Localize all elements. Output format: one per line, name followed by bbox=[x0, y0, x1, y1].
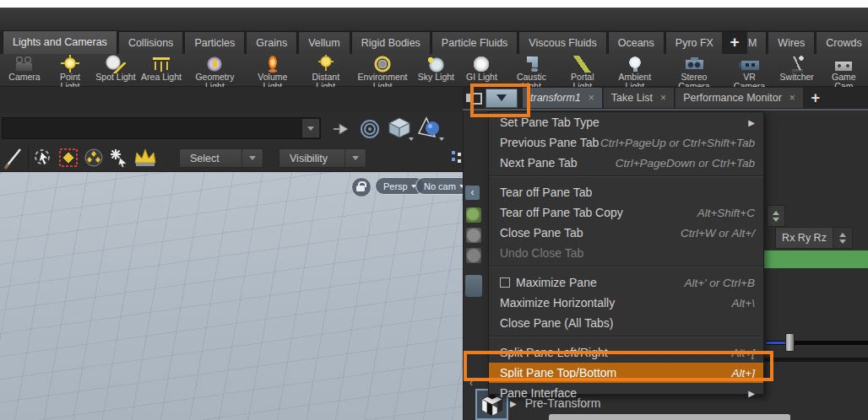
menu-item[interactable]: Tear off Pane Tab ▶ bbox=[489, 182, 763, 202]
shelf-tab[interactable]: Crowds bbox=[816, 31, 868, 54]
menu-item[interactable]: ▶ bbox=[489, 266, 763, 272]
side-toolbar-icon[interactable] bbox=[466, 207, 481, 223]
lasso-select-icon[interactable] bbox=[57, 147, 79, 169]
spinner-down-icon[interactable] bbox=[773, 218, 779, 222]
shelf-tool-icon bbox=[739, 55, 761, 73]
shelf-tab[interactable]: Particle Fluids bbox=[431, 31, 518, 54]
shelf-tool[interactable]: Caustic Light bbox=[504, 54, 558, 92]
shelf-tool[interactable]: Geometry Light bbox=[184, 54, 246, 92]
pane-link-icon[interactable] bbox=[466, 92, 480, 105]
shelf-tab[interactable]: Oceans bbox=[608, 31, 665, 54]
shelf-tab-label: Wires bbox=[778, 37, 805, 49]
operation-combo-arrow[interactable] bbox=[302, 119, 319, 137]
shelf-tool[interactable]: Stereo Camera bbox=[663, 54, 724, 92]
shelf-tool[interactable]: Area Light bbox=[138, 54, 184, 82]
select-mode-dropdown[interactable]: Select bbox=[179, 148, 263, 168]
menu-item[interactable]: Maximize Pane Alt+' or Ctrl+B ▶ bbox=[489, 272, 763, 293]
close-icon[interactable]: × bbox=[789, 92, 795, 104]
rotate-order-spinner[interactable] bbox=[833, 228, 852, 248]
pattern-select-icon[interactable] bbox=[83, 147, 105, 169]
close-icon[interactable]: × bbox=[589, 92, 594, 104]
spinner-up-icon[interactable] bbox=[773, 211, 779, 215]
shelf-tool[interactable]: Camera bbox=[2, 54, 47, 82]
shelf-tool-label: Spot Light bbox=[95, 73, 135, 82]
bottom-popup-edge bbox=[549, 414, 790, 420]
menu-item[interactable]: Tear off Pane Tab Copy Alt+Shift+C ▶ bbox=[489, 202, 763, 223]
shelf-tab-label: Oceans bbox=[618, 37, 654, 49]
shelf-tool[interactable]: VR Camera bbox=[724, 54, 773, 92]
menu-item[interactable]: Maximize Horizontally Alt+\ ▶ bbox=[489, 293, 763, 313]
side-toolbar-icon[interactable] bbox=[466, 248, 481, 263]
pane-menu-button[interactable] bbox=[486, 89, 518, 108]
parameter-slider-handle[interactable] bbox=[785, 333, 795, 352]
operation-combo-field[interactable] bbox=[2, 117, 321, 139]
side-toolbar-icon[interactable] bbox=[465, 275, 482, 297]
close-icon[interactable]: × bbox=[660, 92, 666, 104]
select-all-icon[interactable] bbox=[108, 147, 130, 169]
menu-item[interactable]: Close Pane Tab Ctrl+W or Alt+/ ▶ bbox=[489, 223, 763, 243]
menu-item-label: Pane Interface bbox=[500, 386, 741, 400]
shelf-tool[interactable]: Volume Light bbox=[246, 54, 300, 92]
menu-item-label: Previous Pane Tab bbox=[500, 136, 600, 149]
menu-item[interactable]: Previous Pane Tab Ctrl+PageUp or Ctrl+Sh… bbox=[489, 132, 763, 153]
shelf-tool[interactable]: GI Light bbox=[458, 54, 504, 82]
shelf-tab-label: Particle Fluids bbox=[442, 37, 508, 49]
shelf-tab[interactable]: Particles bbox=[184, 31, 245, 54]
select-tool-icon[interactable] bbox=[32, 147, 54, 169]
shelf-tool-icon bbox=[150, 55, 172, 73]
pane-tab[interactable]: Performance Monitor × bbox=[675, 88, 803, 108]
lock-icon[interactable] bbox=[351, 177, 372, 197]
shelf-tool[interactable]: Point Light bbox=[47, 54, 93, 92]
shelf-tab[interactable]: Lights and Cameras bbox=[3, 30, 117, 54]
collapse-pane-arrow[interactable]: ‹ bbox=[465, 186, 480, 200]
add-shelf-tab-button[interactable]: + bbox=[722, 32, 747, 54]
shelf-tab[interactable]: Vellum bbox=[298, 31, 350, 54]
menu-item-shortcut: Alt+' or Ctrl+B bbox=[684, 277, 755, 289]
collapse-section-arrow[interactable]: ‹ bbox=[465, 378, 477, 390]
sort-icon[interactable] bbox=[451, 148, 463, 169]
shelf-tool[interactable]: Game Cam bbox=[820, 54, 868, 92]
menu-item[interactable]: Pane Interface ▶ bbox=[489, 383, 763, 403]
construction-plane-icon[interactable] bbox=[416, 116, 443, 140]
shelf-tool[interactable]: Portal Light bbox=[558, 54, 606, 92]
shelf-tab[interactable]: Viscous Fluids bbox=[518, 31, 606, 54]
menu-item-label: Undo Close Tab bbox=[500, 246, 755, 260]
viewport-3d[interactable] bbox=[0, 172, 463, 420]
shelf-tool[interactable]: Environment Light bbox=[352, 54, 414, 92]
shelf-tab[interactable]: Collisions bbox=[118, 31, 184, 54]
shelf-tab[interactable]: Pyro FX bbox=[665, 31, 724, 54]
target-reference-icon[interactable] bbox=[358, 117, 381, 140]
shelf-tool[interactable]: Distant Light bbox=[300, 54, 352, 92]
snap-cube-icon[interactable] bbox=[386, 116, 413, 140]
shelf-tab[interactable]: Rigid Bodies bbox=[351, 31, 431, 54]
shelf-tool-label: Camera bbox=[8, 73, 40, 82]
pane-tab[interactable]: Take List × bbox=[604, 88, 674, 108]
menu-item[interactable]: ▶ bbox=[489, 336, 763, 342]
shelf-tool[interactable]: Ambient Light bbox=[606, 54, 663, 92]
brush-select-icon[interactable] bbox=[131, 145, 160, 170]
shelf-tool[interactable]: Switcher bbox=[774, 54, 820, 82]
shelf-tab-label: Rigid Bodies bbox=[361, 37, 420, 49]
pin-icon[interactable] bbox=[331, 118, 353, 139]
shelf-tab[interactable]: Wires bbox=[768, 31, 815, 54]
menu-item[interactable]: Set Pane Tab Type ▶ bbox=[489, 112, 763, 132]
view-tool-icon[interactable] bbox=[2, 145, 25, 170]
pane-context-menu: Set Pane Tab Type ▶ Previous Pane Tab Ct… bbox=[488, 111, 764, 395]
visibility-dropdown[interactable]: Visibility bbox=[279, 148, 366, 168]
side-toolbar-icon[interactable] bbox=[466, 228, 481, 243]
rotate-order-dropdown[interactable]: Rx Ry Rz bbox=[775, 227, 853, 249]
pane-tab[interactable]: transform1 × bbox=[523, 88, 602, 108]
shelf-tab-label: Particles bbox=[194, 37, 235, 49]
menu-item[interactable]: Split Pane Top/Bottom Alt+] ▶ bbox=[489, 363, 763, 383]
menu-item[interactable]: Close Pane (All Tabs) ▶ bbox=[489, 313, 763, 333]
value-spinner[interactable] bbox=[767, 205, 785, 227]
shelf-tab[interactable]: Grains bbox=[246, 31, 297, 54]
menu-item[interactable]: Split Pane Left/Right Alt+[ ▶ bbox=[489, 342, 763, 363]
menu-item[interactable]: Next Pane Tab Ctrl+PageDown or Ctrl+Tab … bbox=[489, 153, 763, 173]
shelf-tool[interactable]: Spot Light bbox=[93, 54, 138, 82]
menu-item[interactable]: ▶ bbox=[489, 175, 763, 182]
menu-item-shortcut: Alt+\ bbox=[732, 297, 755, 310]
shelf-tool[interactable]: Sky Light bbox=[413, 54, 458, 82]
add-pane-tab-button[interactable]: + bbox=[805, 89, 827, 107]
menu-item[interactable]: Undo Close Tab ▶ bbox=[489, 243, 763, 263]
